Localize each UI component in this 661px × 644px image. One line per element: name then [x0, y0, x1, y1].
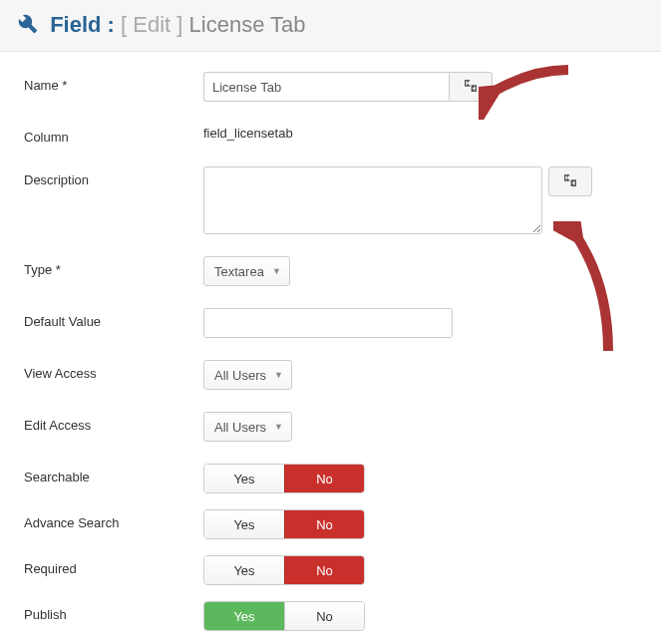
advance-search-label: Advance Search — [24, 509, 203, 530]
type-label: Type * — [24, 256, 203, 277]
header-item-title: License Tab — [189, 12, 306, 37]
page-header: Field : [ Edit ] License Tab — [0, 0, 661, 52]
required-no[interactable]: No — [284, 556, 364, 584]
column-value: field_licensetab — [203, 124, 637, 141]
description-translate-button[interactable] — [548, 166, 592, 196]
view-access-label: View Access — [24, 360, 203, 381]
advance-search-yes[interactable]: Yes — [204, 510, 284, 538]
searchable-no[interactable]: No — [284, 465, 364, 492]
edit-access-selected: All Users — [214, 420, 266, 435]
description-label: Description — [24, 166, 203, 187]
name-input[interactable] — [203, 72, 449, 102]
page-title: Field : [ Edit ] License Tab — [18, 12, 643, 39]
header-edit-label: [ Edit ] — [121, 12, 182, 37]
chevron-down-icon: ▼ — [272, 266, 281, 276]
view-access-selected: All Users — [214, 368, 266, 383]
advance-search-toggle: Yes No — [203, 509, 365, 539]
advance-search-no[interactable]: No — [284, 510, 364, 538]
default-value-input[interactable] — [203, 308, 453, 338]
view-access-select[interactable]: All Users ▼ — [203, 360, 292, 390]
header-colon: : — [108, 12, 115, 37]
publish-toggle: Yes No — [203, 601, 365, 631]
column-label: Column — [24, 124, 203, 145]
annotation-arrow-icon — [553, 221, 633, 361]
name-translate-button[interactable] — [449, 72, 493, 102]
searchable-yes[interactable]: Yes — [204, 465, 284, 492]
name-label: Name * — [24, 72, 203, 93]
chevron-down-icon: ▼ — [274, 370, 283, 380]
type-selected: Textarea — [214, 264, 264, 279]
publish-yes[interactable]: Yes — [204, 602, 284, 630]
translate-icon — [562, 172, 578, 191]
required-label: Required — [24, 555, 203, 576]
searchable-toggle: Yes No — [203, 464, 365, 493]
chevron-down-icon: ▼ — [274, 422, 283, 432]
translate-icon — [463, 78, 479, 97]
required-yes[interactable]: Yes — [204, 556, 284, 584]
header-field-label: Field — [50, 12, 101, 37]
default-value-label: Default Value — [24, 308, 203, 329]
publish-label: Publish — [24, 601, 203, 622]
edit-access-label: Edit Access — [24, 412, 203, 433]
wrench-icon — [18, 14, 38, 39]
edit-access-select[interactable]: All Users ▼ — [203, 412, 292, 442]
required-toggle: Yes No — [203, 555, 365, 585]
type-select[interactable]: Textarea ▼ — [203, 256, 290, 286]
description-textarea[interactable] — [203, 166, 542, 234]
searchable-label: Searchable — [24, 464, 203, 484]
publish-no[interactable]: No — [284, 602, 364, 630]
